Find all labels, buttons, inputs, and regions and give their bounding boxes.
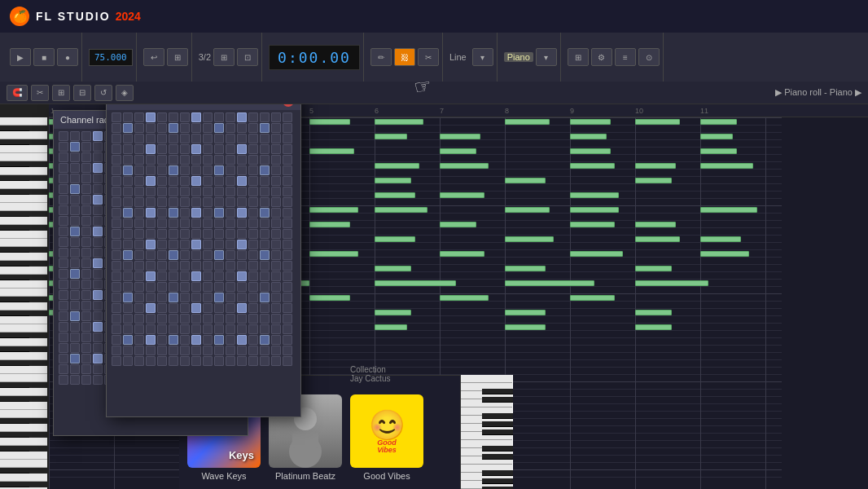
channel-pad[interactable]: [237, 144, 247, 154]
channel-pad[interactable]: [134, 208, 144, 218]
channel-pad[interactable]: [112, 208, 121, 218]
channel-pad[interactable]: [93, 333, 103, 342]
channel-pad[interactable]: [248, 271, 258, 281]
channel-pad[interactable]: [93, 364, 103, 374]
channel-pad[interactable]: [271, 144, 281, 154]
channel-pad[interactable]: [134, 335, 144, 345]
channel-pad[interactable]: [134, 155, 144, 165]
channel-pad[interactable]: [146, 187, 156, 196]
channel-pad[interactable]: [134, 229, 144, 239]
channel-pad[interactable]: [237, 208, 247, 218]
channel-pad[interactable]: [203, 346, 213, 355]
channel-pad[interactable]: [70, 152, 80, 162]
channel-pad[interactable]: [203, 314, 213, 324]
channel-pad[interactable]: [191, 155, 201, 165]
channel-pad[interactable]: [112, 303, 121, 313]
channel-pad[interactable]: [271, 187, 281, 196]
settings-btn[interactable]: ⚙: [591, 48, 612, 66]
channel-pad[interactable]: [123, 314, 133, 324]
piano-black-key[interactable]: [0, 126, 29, 131]
channel-pad[interactable]: [112, 134, 121, 143]
channel-pad[interactable]: [134, 314, 144, 324]
channel-pad[interactable]: [191, 261, 201, 271]
channel-pad[interactable]: [146, 155, 156, 165]
piano-white-key[interactable]: [0, 324, 47, 333]
channel-pad[interactable]: [226, 155, 235, 165]
channel-pad[interactable]: [93, 311, 103, 321]
note-block[interactable]: [635, 266, 672, 271]
channel-pad[interactable]: [271, 356, 281, 366]
channel-pad[interactable]: [237, 282, 247, 292]
piano-black-key[interactable]: [0, 482, 29, 487]
keyboard-black-key[interactable]: [482, 470, 513, 476]
channel-pad[interactable]: [146, 261, 156, 271]
channel-pad[interactable]: [157, 261, 167, 271]
channel-pad[interactable]: [70, 258, 80, 268]
channel-pad[interactable]: [146, 144, 156, 154]
channel-pad[interactable]: [70, 142, 80, 152]
channel-pad[interactable]: [271, 218, 281, 228]
channel-pad[interactable]: [93, 237, 103, 247]
channel-pad[interactable]: [214, 346, 224, 355]
channel-pad[interactable]: [191, 282, 201, 292]
note-block[interactable]: [440, 192, 484, 198]
channel-pad[interactable]: [157, 271, 167, 281]
channel-pad[interactable]: [203, 187, 213, 196]
channel-pad[interactable]: [112, 271, 121, 281]
channel-pad[interactable]: [169, 335, 178, 345]
channel-pad[interactable]: [70, 333, 80, 342]
knife-btn[interactable]: ✂: [31, 85, 49, 101]
channel-pad[interactable]: [157, 134, 167, 143]
channel-pad[interactable]: [283, 282, 292, 292]
channel-pad[interactable]: [146, 356, 156, 366]
channel-pad[interactable]: [112, 261, 121, 271]
note-block[interactable]: [505, 324, 546, 330]
note-block[interactable]: [505, 236, 554, 242]
channel-pad[interactable]: [123, 176, 133, 186]
channel-pad[interactable]: [112, 123, 121, 133]
channel-pad[interactable]: [157, 112, 167, 122]
keyboard-black-key[interactable]: [482, 397, 513, 403]
channel-pad[interactable]: [271, 303, 281, 313]
piano-black-key[interactable]: [0, 346, 29, 352]
channel-pad[interactable]: [123, 229, 133, 239]
channel-pad[interactable]: [214, 303, 224, 313]
note-block[interactable]: [505, 178, 546, 183]
channel-pad[interactable]: [70, 216, 80, 226]
channel-pad[interactable]: [203, 240, 213, 249]
channel-pad[interactable]: [93, 375, 103, 385]
channel-pad[interactable]: [123, 218, 133, 228]
note-block[interactable]: [505, 207, 550, 213]
channel-pad[interactable]: [203, 176, 213, 186]
piano-white-key[interactable]: [0, 302, 47, 311]
channel-pad[interactable]: [237, 356, 247, 366]
piano-black-key[interactable]: [0, 139, 29, 145]
channel-pad[interactable]: [180, 197, 190, 207]
channel-pad[interactable]: [134, 176, 144, 186]
piano-white-key[interactable]: [0, 167, 47, 175]
note-block[interactable]: [700, 207, 757, 213]
channel-pad[interactable]: [112, 229, 121, 239]
channel-pad[interactable]: [70, 290, 80, 300]
channel-pad[interactable]: [123, 165, 133, 175]
channel-pad[interactable]: [283, 293, 292, 302]
note-block[interactable]: [505, 280, 594, 286]
channel-pad[interactable]: [248, 112, 258, 122]
channel-pad[interactable]: [81, 364, 91, 374]
channel-pad[interactable]: [157, 356, 167, 366]
channel-pad[interactable]: [260, 144, 270, 154]
channel-pad[interactable]: [283, 165, 292, 175]
channel-pad[interactable]: [157, 229, 167, 239]
channel-pad[interactable]: [70, 205, 80, 215]
channel-pad[interactable]: [191, 271, 201, 281]
channel-pad[interactable]: [271, 112, 281, 122]
channel-pad[interactable]: [93, 163, 103, 173]
channel-pad[interactable]: [214, 293, 224, 302]
note-block[interactable]: [375, 236, 415, 242]
piano-black-key[interactable]: [0, 175, 29, 181]
channel-pad[interactable]: [191, 165, 201, 175]
note-block[interactable]: [635, 280, 708, 286]
channel-pad[interactable]: [248, 240, 258, 249]
channel-pad[interactable]: [283, 240, 292, 249]
channel-pad[interactable]: [81, 131, 91, 141]
